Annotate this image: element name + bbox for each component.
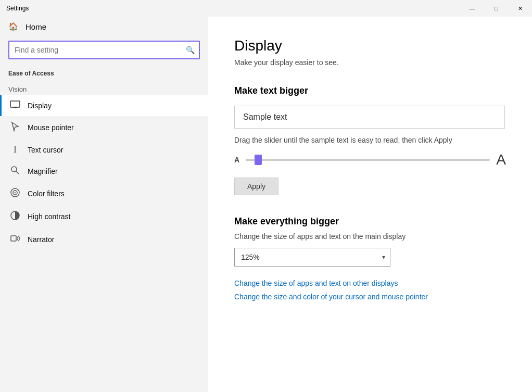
sidebar-item-color-filters-label: Color filters bbox=[28, 189, 65, 198]
svg-point-7 bbox=[15, 192, 16, 193]
text-cursor-icon: I bbox=[10, 144, 20, 155]
sample-text: Sample text bbox=[243, 112, 287, 121]
sample-text-box: Sample text bbox=[234, 106, 505, 129]
sidebar-item-high-contrast-label: High contrast bbox=[28, 212, 70, 221]
search-input[interactable] bbox=[8, 41, 200, 59]
home-icon: 🏠 bbox=[8, 22, 18, 31]
sidebar-section-label: Ease of Access bbox=[0, 66, 208, 82]
svg-rect-0 bbox=[10, 101, 20, 107]
sidebar-item-narrator[interactable]: Narrator bbox=[0, 228, 208, 251]
cursor-color-link[interactable]: Change the size and color of your cursor… bbox=[234, 293, 506, 301]
minimize-button[interactable]: — bbox=[460, 0, 484, 17]
section2-title: Make everything bigger bbox=[234, 216, 506, 227]
mouse-pointer-icon bbox=[10, 121, 20, 134]
sidebar-item-display[interactable]: Display bbox=[0, 95, 208, 116]
svg-rect-9 bbox=[11, 236, 16, 241]
search-container: 🔍 bbox=[8, 41, 200, 59]
sidebar-item-magnifier[interactable]: Magnifier bbox=[0, 160, 208, 182]
page-subtitle: Make your display easier to see. bbox=[234, 58, 506, 67]
sidebar-item-color-filters[interactable]: Color filters bbox=[0, 182, 208, 205]
sidebar: 🏠 Home 🔍 Ease of Access Vision Display M… bbox=[0, 17, 208, 392]
slider-thumb[interactable] bbox=[255, 155, 262, 165]
app-title: Settings bbox=[6, 5, 29, 12]
color-filters-icon bbox=[10, 187, 20, 200]
other-displays-link[interactable]: Change the size of apps and text on othe… bbox=[234, 279, 506, 287]
text-size-slider-row: A A bbox=[234, 153, 506, 167]
apply-button[interactable]: Apply bbox=[234, 178, 278, 195]
sidebar-item-mouse-pointer[interactable]: Mouse pointer bbox=[0, 116, 208, 139]
sidebar-item-high-contrast[interactable]: High contrast bbox=[0, 205, 208, 228]
sidebar-item-text-cursor[interactable]: I Text cursor bbox=[0, 139, 208, 160]
close-button[interactable]: ✕ bbox=[508, 0, 532, 17]
app-body: 🏠 Home 🔍 Ease of Access Vision Display M… bbox=[0, 17, 532, 392]
narrator-icon bbox=[10, 233, 20, 246]
sidebar-item-display-label: Display bbox=[28, 102, 52, 110]
high-contrast-icon bbox=[10, 210, 20, 223]
search-icon: 🔍 bbox=[186, 46, 195, 54]
svg-line-4 bbox=[16, 171, 19, 174]
display-size-dropdown-wrapper: 100% 125% 150% 175% ▾ bbox=[234, 248, 390, 267]
sidebar-item-home[interactable]: 🏠 Home bbox=[0, 17, 208, 36]
svg-point-3 bbox=[11, 167, 17, 172]
titlebar: Settings — □ ✕ bbox=[0, 0, 532, 17]
slider-description: Drag the slider until the sample text is… bbox=[234, 136, 506, 144]
slider-big-a: A bbox=[496, 153, 506, 167]
sidebar-item-mouse-pointer-label: Mouse pointer bbox=[28, 123, 74, 132]
sidebar-item-text-cursor-label: Text cursor bbox=[28, 146, 63, 154]
section1-title: Make text bigger bbox=[234, 85, 506, 96]
sidebar-item-magnifier-label: Magnifier bbox=[28, 167, 58, 175]
display-size-dropdown[interactable]: 100% 125% 150% 175% bbox=[234, 248, 390, 267]
window-controls: — □ ✕ bbox=[460, 0, 532, 17]
sidebar-item-narrator-label: Narrator bbox=[28, 235, 54, 244]
magnifier-icon bbox=[10, 166, 20, 177]
display-icon bbox=[10, 100, 20, 111]
sidebar-group-label: Vision bbox=[0, 82, 208, 95]
slider-small-a: A bbox=[234, 156, 239, 164]
text-size-slider[interactable] bbox=[246, 159, 490, 161]
section2-desc: Change the size of apps and text on the … bbox=[234, 232, 506, 241]
home-label: Home bbox=[26, 22, 46, 31]
page-title: Display bbox=[234, 37, 506, 54]
maximize-button[interactable]: □ bbox=[484, 0, 508, 17]
main-content: Display Make your display easier to see.… bbox=[208, 17, 532, 392]
